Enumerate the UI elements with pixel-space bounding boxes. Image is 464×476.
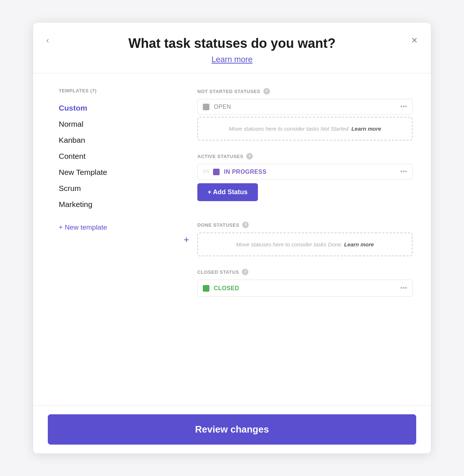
in-progress-drag-handle[interactable]: ⠿⠿ [203, 169, 209, 174]
close-button[interactable]: ✕ [411, 37, 418, 45]
statuses-panel: NOT STARTED STATUSES ? OPEN ••• Move sta… [197, 88, 413, 391]
template-item-custom[interactable]: Custom [59, 100, 175, 116]
not-started-learn-more-link[interactable]: Learn more [351, 126, 381, 132]
closed-status-name: CLOSED [214, 285, 400, 292]
add-template-button[interactable]: + [183, 89, 189, 391]
not-started-section: NOT STARTED STATUSES ? OPEN ••• Move sta… [197, 88, 413, 143]
in-progress-more-icon[interactable]: ••• [400, 168, 407, 176]
template-item-normal[interactable]: Normal [59, 116, 175, 132]
done-learn-more-link[interactable]: Learn more [344, 241, 374, 247]
modal-footer: Review changes [33, 405, 431, 453]
in-progress-status-name: IN PROGRESS [224, 169, 400, 175]
closed-help-icon[interactable]: ? [242, 269, 248, 275]
templates-label: TEMPLATES (7) [59, 88, 175, 93]
open-status-row: OPEN ••• [197, 99, 413, 115]
closed-status-row: CLOSED ••• [197, 280, 413, 297]
template-list: Custom Normal Kanban Content New Templat… [59, 100, 175, 212]
header-learn-more-link[interactable]: Learn more [212, 55, 253, 64]
add-status-button[interactable]: + Add Status [197, 183, 258, 201]
modal-header: ‹ ✕ What task statuses do you want? Lear… [33, 23, 431, 73]
done-section: DONE STATUSES ? Move statuses here to co… [197, 222, 413, 258]
closed-header: CLOSED STATUS ? [197, 269, 413, 275]
done-label: DONE STATUSES [197, 222, 239, 228]
template-item-scrum[interactable]: Scrum [59, 180, 175, 196]
not-started-label: NOT STARTED STATUSES [197, 89, 260, 94]
not-started-drop-text: Move statuses here to consider tasks Not… [229, 126, 350, 132]
not-started-drop-zone: Move statuses here to consider tasks Not… [197, 117, 413, 141]
closed-label: CLOSED STATUS [197, 269, 239, 275]
active-help-icon[interactable]: ? [246, 153, 253, 160]
add-template-col: + [175, 88, 197, 391]
template-item-new-template[interactable]: New Template [59, 164, 175, 180]
main-modal: ‹ ✕ What task statuses do you want? Lear… [33, 23, 431, 453]
not-started-help-icon[interactable]: ? [263, 88, 270, 95]
in-progress-status-row: ⠿⠿ IN PROGRESS ••• [197, 164, 413, 180]
template-item-marketing[interactable]: Marketing [59, 196, 175, 212]
active-header: ACTIVE STATUSES ? [197, 153, 413, 160]
active-section: ACTIVE STATUSES ? ⠿⠿ IN PROGRESS ••• + A… [197, 153, 413, 211]
open-color-box [203, 104, 209, 110]
modal-body: TEMPLATES (7) Custom Normal Kanban Conte… [33, 73, 431, 405]
templates-panel: TEMPLATES (7) Custom Normal Kanban Conte… [59, 88, 175, 391]
open-status-name: OPEN [214, 104, 400, 110]
new-template-button[interactable]: + New template [59, 221, 175, 234]
review-changes-button[interactable]: Review changes [48, 414, 416, 445]
closed-section: CLOSED STATUS ? CLOSED ••• [197, 269, 413, 297]
page-title: What task statuses do you want? [128, 36, 336, 51]
done-help-icon[interactable]: ? [242, 222, 249, 228]
closed-color-box [203, 285, 209, 292]
back-button[interactable]: ‹ [46, 37, 49, 45]
in-progress-color-box [213, 169, 220, 175]
template-item-content[interactable]: Content [59, 148, 175, 164]
done-header: DONE STATUSES ? [197, 222, 413, 228]
template-item-kanban[interactable]: Kanban [59, 132, 175, 148]
closed-more-icon[interactable]: ••• [400, 284, 407, 292]
done-drop-text: Move statuses here to consider tasks Don… [236, 241, 343, 247]
not-started-header: NOT STARTED STATUSES ? [197, 88, 413, 95]
active-label: ACTIVE STATUSES [197, 154, 243, 159]
open-more-icon[interactable]: ••• [400, 103, 407, 111]
done-drop-zone: Move statuses here to consider tasks Don… [197, 233, 413, 256]
